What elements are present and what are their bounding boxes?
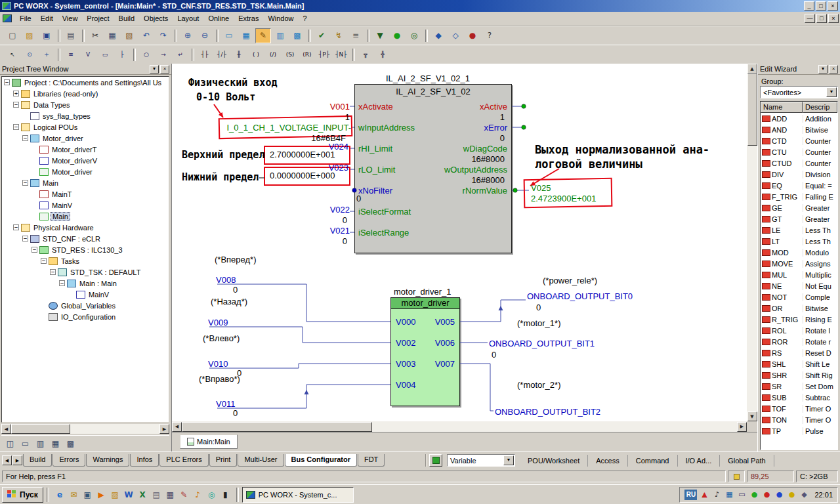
menu-item[interactable]: Build — [114, 13, 139, 24]
ADD[interactable]: ADD Addition — [761, 113, 837, 124]
tree-expander-icon[interactable]: − — [50, 269, 56, 275]
tree-node[interactable]: IO_Configuration — [2, 311, 169, 322]
annotation-lower-limit[interactable]: Нижний предел — [182, 173, 259, 182]
var-onboard-bit2[interactable]: ONBOARD_OUTPUT_BIT2 — [495, 407, 600, 417]
var-V022[interactable]: V022 — [330, 205, 350, 215]
tree-node-label[interactable]: Motor_driver — [41, 135, 85, 142]
menu-item[interactable]: Objects — [139, 13, 173, 24]
tree-node-label[interactable]: Libraries (read-only) — [32, 90, 99, 98]
annotation-output-line2[interactable]: логовой величины — [535, 159, 642, 169]
message-tab[interactable]: PLC Errors — [159, 454, 208, 467]
tray-volume-icon[interactable]: ♪ — [711, 490, 722, 500]
quicklaunch-winamp[interactable]: ♪ — [192, 488, 204, 501]
separator[interactable] — [190, 47, 196, 62]
breakpoint-button[interactable]: ● — [465, 28, 480, 43]
var-onboard-bit1[interactable]: ONBOARD_OUTPUT_BIT1 — [489, 339, 595, 348]
project-tree-hscrollbar[interactable]: ◀ ▶ — [1, 424, 169, 434]
page-layout-button[interactable]: ▩ — [289, 28, 305, 43]
separator[interactable] — [214, 28, 220, 43]
save-button[interactable]: ▣ — [39, 28, 54, 43]
ladder-contact-no-button[interactable]: ┤├ — [197, 47, 213, 62]
mdi-child-icon[interactable] — [3, 14, 12, 22]
value-V024[interactable]: 2.7000000E+001 — [270, 150, 335, 159]
zoom-out-button[interactable]: ⊖ — [197, 28, 213, 43]
tree-node[interactable]: MainV — [2, 289, 169, 300]
column-header-description[interactable]: Descrip — [803, 102, 837, 113]
xref-tab[interactable]: Access — [588, 455, 627, 467]
LT[interactable]: LT Less Th — [761, 236, 837, 247]
quicklaunch-internet-explorer[interactable]: e — [54, 488, 66, 501]
make-button[interactable]: ↯ — [331, 28, 346, 43]
start-button[interactable]: Пуск — [2, 487, 43, 503]
value-V025[interactable]: 2.4723900E+001 — [531, 194, 596, 203]
new-button[interactable]: ▢ — [5, 28, 20, 43]
download-button[interactable]: ▼ — [372, 28, 388, 43]
mdi-restore-button[interactable]: □ — [816, 14, 827, 23]
comment-left[interactable]: (*Влево*) — [203, 333, 240, 343]
tree-node-label[interactable]: Global_Variables — [60, 302, 117, 310]
tree-node-label[interactable]: STD_TSK : DEFAULT — [69, 268, 142, 276]
tray-scheduler-icon[interactable]: ● — [749, 490, 759, 500]
tree-node[interactable]: − Physical Hardware — [2, 222, 169, 233]
fb-block-il-ai-2-sf[interactable]: IL_AI_2_SF_V1_02 — [354, 84, 512, 253]
check-button[interactable]: ✔ — [314, 28, 329, 43]
pan-button[interactable]: + — [39, 47, 54, 62]
xref-tab[interactable]: Command — [628, 455, 678, 467]
worksheet-tab-main[interactable]: Main:Main — [180, 434, 238, 449]
fb-block-motor-driver[interactable]: motor_driver — [390, 297, 460, 406]
redo-button[interactable]: ↷ — [156, 28, 171, 43]
tree-node-label[interactable]: Project : C:\Documents and Settings\All … — [23, 79, 163, 87]
tree-node-label[interactable]: Data Types — [32, 101, 71, 109]
xref-filter-select[interactable]: Variable ▼ — [447, 454, 515, 467]
tree-view-hardware-button[interactable]: ▭ — [18, 437, 32, 450]
quicklaunch-notepad[interactable]: ▤ — [150, 488, 163, 501]
MOVE[interactable]: MOVE Assigns — [761, 258, 837, 269]
value-V010[interactable]: 0 — [237, 368, 242, 378]
quicklaunch-excel[interactable]: X — [136, 488, 149, 501]
open-variables-button[interactable]: ▦ — [238, 28, 254, 43]
message-tab[interactable]: Build — [23, 454, 52, 467]
menu-item[interactable]: ? — [299, 13, 312, 24]
annotation-output-line1[interactable]: Выход нормализованной ана- — [535, 145, 709, 155]
SHL[interactable]: SHL Shift Le — [761, 358, 837, 369]
menu-item[interactable]: Edit — [36, 13, 58, 24]
value-V001[interactable]: 1 — [345, 112, 350, 122]
paste-button[interactable]: ▧ — [121, 28, 137, 43]
tree-node[interactable]: + Libraries (read-only) — [2, 88, 169, 99]
value-V023[interactable]: 0.0000000E+000 — [270, 171, 335, 180]
tree-expander-icon[interactable]: + — [13, 91, 19, 96]
tree-node[interactable]: − STD_CNF : eCLR — [2, 233, 169, 244]
SHR[interactable]: SHR Shift Rig — [761, 369, 837, 381]
annotation-physical-input[interactable]: Физический вход — [188, 78, 277, 88]
separator[interactable] — [80, 28, 86, 43]
quicklaunch-cmd[interactable]: ▮ — [219, 488, 232, 501]
project-tree[interactable]: − Project : C:\Documents and Settings\Al… — [1, 76, 169, 423]
tray-usb-icon[interactable]: ◆ — [799, 490, 809, 500]
tree-node[interactable]: − Main — [2, 177, 169, 188]
tree-node[interactable]: − Motor_driver — [2, 133, 169, 144]
var-V011[interactable]: V011 — [216, 399, 235, 409]
quicklaunch-messenger[interactable]: ◎ — [205, 488, 218, 501]
separator[interactable] — [365, 28, 371, 43]
tree-node[interactable]: Motor_driverT — [2, 144, 169, 155]
tree-expander-icon[interactable]: − — [22, 236, 28, 242]
fb-instance-name-motor[interactable]: motor_driver_1 — [394, 287, 451, 297]
tree-node[interactable]: − Logical POUs — [2, 121, 169, 133]
scrollbar-thumb[interactable] — [11, 424, 70, 434]
tree-expander-icon[interactable]: − — [32, 247, 37, 253]
message-tab[interactable]: FDT — [358, 454, 385, 467]
message-tab[interactable]: Bus Configurator — [285, 454, 357, 467]
annotation-voltage-range[interactable]: 0-10 Вольт — [196, 93, 255, 102]
message-tab[interactable]: Infos — [130, 454, 159, 467]
insert-variable-button[interactable]: V — [80, 47, 96, 62]
comment-motor2[interactable]: (*motor_2*) — [517, 380, 560, 390]
R_TRIG[interactable]: R_TRIG Rising E — [761, 314, 837, 325]
tree-node[interactable]: sys_flag_types — [2, 110, 169, 121]
tree-node[interactable]: MainT — [2, 188, 169, 200]
project-tree-titlebar[interactable]: Project Tree Window ▾× — [0, 64, 171, 75]
close-button[interactable]: × — [828, 1, 838, 10]
scroll-down-button[interactable]: ▼ — [747, 411, 757, 421]
separator[interactable] — [350, 47, 356, 62]
tree-view-datatypes-button[interactable]: ▦ — [49, 437, 62, 450]
tree-node-label[interactable]: MainV — [87, 291, 110, 299]
